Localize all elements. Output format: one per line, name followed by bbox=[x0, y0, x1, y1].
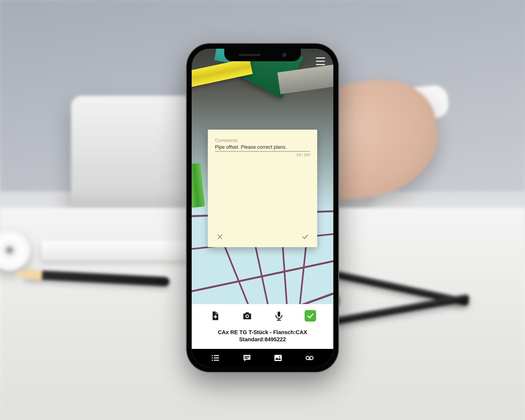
phone-notch bbox=[224, 49, 301, 61]
check-icon bbox=[307, 312, 314, 320]
close-icon bbox=[216, 233, 223, 240]
comment-icon bbox=[242, 353, 252, 363]
comment-field-label: Comments bbox=[215, 138, 310, 143]
info-line-1: CAx RE TG T-Stück - Flansch:CAX bbox=[197, 329, 328, 336]
nav-list-button[interactable] bbox=[210, 352, 221, 363]
nav-comment-button[interactable] bbox=[241, 352, 252, 363]
selected-element-info: CAx RE TG T-Stück - Flansch:CAX Standard… bbox=[192, 328, 333, 346]
confirm-button[interactable] bbox=[305, 310, 316, 322]
add-file-icon bbox=[210, 311, 220, 321]
svg-rect-4 bbox=[214, 355, 219, 356]
microphone-icon bbox=[274, 311, 284, 321]
camera-button[interactable] bbox=[241, 310, 253, 322]
camera-icon bbox=[242, 311, 252, 321]
add-file-button[interactable] bbox=[209, 310, 221, 322]
menu-button[interactable] bbox=[316, 57, 325, 65]
svg-point-7 bbox=[212, 360, 213, 361]
cancel-button[interactable] bbox=[215, 232, 225, 242]
voicemail-icon bbox=[305, 353, 314, 363]
svg-rect-9 bbox=[244, 356, 249, 357]
submit-button[interactable] bbox=[300, 232, 310, 242]
svg-rect-8 bbox=[214, 360, 219, 361]
svg-point-12 bbox=[279, 356, 281, 357]
character-counter: 13 / 250 bbox=[215, 153, 310, 157]
action-bar: CAx RE TG T-Stück - Flansch:CAX Standard… bbox=[192, 304, 333, 349]
svg-point-5 bbox=[212, 357, 213, 359]
svg-point-13 bbox=[306, 356, 309, 360]
phone-screen: Comments 13 / 250 bbox=[192, 49, 333, 367]
comment-card: Comments 13 / 250 bbox=[208, 130, 317, 247]
svg-rect-11 bbox=[275, 355, 282, 361]
nav-voicemail-button[interactable] bbox=[304, 352, 315, 363]
comment-input[interactable] bbox=[215, 144, 310, 150]
info-line-2: Standard:8495222 bbox=[197, 336, 328, 343]
image-icon bbox=[273, 353, 283, 363]
svg-point-3 bbox=[212, 355, 213, 356]
nav-image-button[interactable] bbox=[273, 352, 284, 363]
svg-point-1 bbox=[246, 315, 248, 317]
check-icon bbox=[302, 233, 309, 240]
microphone-button[interactable] bbox=[273, 310, 285, 322]
svg-rect-10 bbox=[244, 358, 247, 359]
svg-point-14 bbox=[310, 356, 313, 360]
phone-frame: Comments 13 / 250 bbox=[187, 44, 338, 372]
svg-rect-6 bbox=[214, 357, 219, 358]
bottom-nav bbox=[192, 349, 333, 367]
svg-rect-2 bbox=[278, 311, 281, 317]
list-icon bbox=[211, 353, 220, 363]
